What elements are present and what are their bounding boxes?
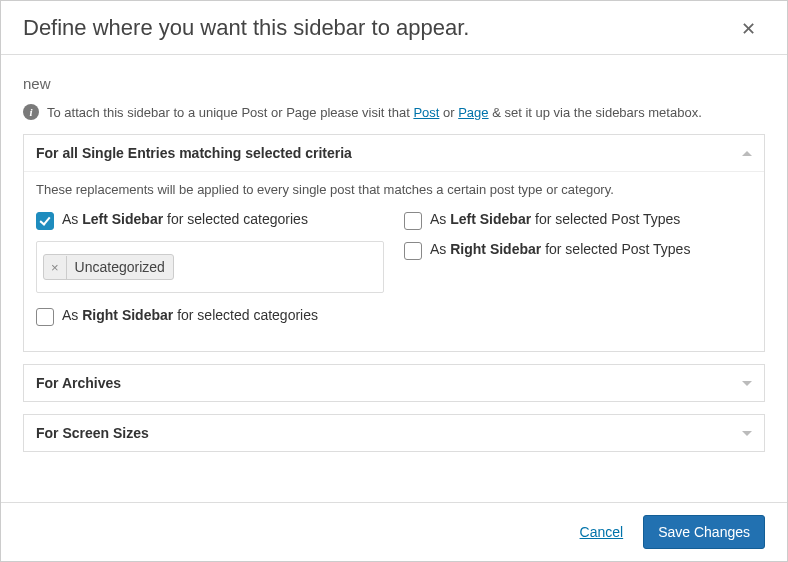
panel-screen-sizes-header[interactable]: For Screen Sizes xyxy=(24,415,764,451)
col-post-types: As Left Sidebar for selected Post Types … xyxy=(404,211,752,337)
info-icon: i xyxy=(23,104,39,120)
sidebar-name-label: new xyxy=(23,75,765,92)
close-icon: ✕ xyxy=(741,19,756,39)
row-right-sidebar-post-types: As Right Sidebar for selected Post Types xyxy=(404,241,752,259)
info-suf: & set it up via the sidebars metabox. xyxy=(489,105,702,120)
save-changes-button[interactable]: Save Changes xyxy=(643,515,765,549)
category-tag-input[interactable]: × Uncategorized xyxy=(36,241,384,293)
panel-single-body: These replacements will be applied to ev… xyxy=(24,171,764,351)
checkbox-right-sidebar-post-types[interactable] xyxy=(404,242,422,260)
label-right-sidebar-post-types: As Right Sidebar for selected Post Types xyxy=(430,241,690,257)
col-categories: As Left Sidebar for selected categories … xyxy=(36,211,384,337)
checkbox-right-sidebar-categories[interactable] xyxy=(36,308,54,326)
close-button[interactable]: ✕ xyxy=(731,11,765,45)
checkbox-left-sidebar-categories[interactable] xyxy=(36,212,54,230)
info-pre: To attach this sidebar to a unique Post … xyxy=(47,105,413,120)
define-sidebar-modal: Define where you want this sidebar to ap… xyxy=(0,0,788,562)
modal-body: new i To attach this sidebar to a unique… xyxy=(1,55,787,452)
page-link[interactable]: Page xyxy=(458,105,488,120)
info-row: i To attach this sidebar to a unique Pos… xyxy=(23,104,765,120)
row-left-sidebar-categories: As Left Sidebar for selected categories xyxy=(36,211,384,229)
post-link[interactable]: Post xyxy=(413,105,439,120)
modal-title: Define where you want this sidebar to ap… xyxy=(23,15,469,41)
cancel-button[interactable]: Cancel xyxy=(574,523,630,541)
label-left-sidebar-post-types: As Left Sidebar for selected Post Types xyxy=(430,211,680,227)
panel-screen-sizes: For Screen Sizes xyxy=(23,414,765,452)
panel-single-header[interactable]: For all Single Entries matching selected… xyxy=(24,135,764,171)
panel-screen-sizes-title: For Screen Sizes xyxy=(36,425,149,441)
label-left-sidebar-categories: As Left Sidebar for selected categories xyxy=(62,211,308,227)
row-right-sidebar-categories: As Right Sidebar for selected categories xyxy=(36,307,384,325)
modal-footer: Cancel Save Changes xyxy=(1,502,787,561)
panel-archives: For Archives xyxy=(23,364,765,402)
chevron-down-icon xyxy=(742,431,752,436)
panel-archives-header[interactable]: For Archives xyxy=(24,365,764,401)
panel-single-entries: For all Single Entries matching selected… xyxy=(23,134,765,352)
info-or: or xyxy=(439,105,458,120)
checkbox-left-sidebar-post-types[interactable] xyxy=(404,212,422,230)
row-left-sidebar-post-types: As Left Sidebar for selected Post Types xyxy=(404,211,752,229)
label-right-sidebar-categories: As Right Sidebar for selected categories xyxy=(62,307,318,323)
tag-label: Uncategorized xyxy=(67,255,173,279)
info-text: To attach this sidebar to a unique Post … xyxy=(47,105,702,120)
options-grid: As Left Sidebar for selected categories … xyxy=(36,211,752,337)
chevron-up-icon xyxy=(742,151,752,156)
tag-uncategorized: × Uncategorized xyxy=(43,254,174,280)
modal-header: Define where you want this sidebar to ap… xyxy=(1,1,787,55)
panel-archives-title: For Archives xyxy=(36,375,121,391)
tag-remove-button[interactable]: × xyxy=(44,256,67,279)
panel-single-title: For all Single Entries matching selected… xyxy=(36,145,352,161)
panel-single-desc: These replacements will be applied to ev… xyxy=(36,182,752,197)
chevron-down-icon xyxy=(742,381,752,386)
